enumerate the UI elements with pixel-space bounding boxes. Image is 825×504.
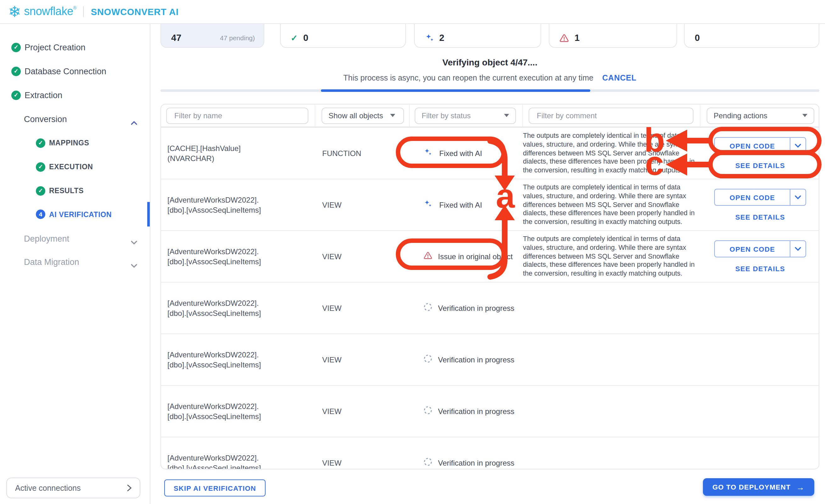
status-label: Issue in original object [438,252,513,261]
object-type: VIEW [315,179,410,230]
filter-name-input-wrap [166,107,308,124]
sidebar-item-label: Data Migration [24,257,79,267]
spinner-icon [424,303,432,313]
verification-table: Show all objects Filter by status [160,104,819,470]
pending-actions-value: Pending actions [714,111,767,120]
stat-value: 0 [303,33,308,43]
sidebar-item-results[interactable]: ✓ RESULTS [0,181,150,200]
object-name-line2: [dbo].[vAssocSeqLineItems] [167,308,261,318]
sidebar-item-label: Conversion [24,114,67,124]
open-code-button[interactable]: OPEN CODE [715,189,806,206]
open-code-button[interactable]: OPEN CODE [715,240,806,257]
pending-actions-dropdown[interactable]: Pending actions [707,107,814,124]
table-row: [AdventureWorksDW2022]. [dbo].[vAssocSeq… [161,282,819,334]
app-header: ❄ snowflake® SNOWCONVERT AI [0,0,825,24]
object-type: VIEW [315,437,410,470]
object-type: VIEW [315,231,410,282]
objects-dropdown[interactable]: Show all objects [321,107,404,124]
go-to-deployment-button[interactable]: GO TO DEPLOYMENT → [703,478,814,496]
sidebar-item-extraction[interactable]: ✓ Extraction [0,86,150,104]
progress-bar-track [160,89,819,92]
stat-value: 47 [171,33,181,43]
warning-icon [559,34,569,42]
ai-sparkle-icon [424,200,432,210]
active-step-indicator [147,202,150,226]
object-name-line1: [AdventureWorksDW2022]. [167,195,261,205]
caret-down-icon [504,114,509,117]
sidebar-item-label: EXECUTION [49,163,93,170]
arrow-right-icon: → [796,482,805,492]
status-dropdown-placeholder: Filter by status [422,111,471,120]
see-details-link[interactable]: SEE DETAILS [735,265,785,273]
active-connections-button[interactable]: Active connections [6,478,140,498]
ai-sparkle-icon [425,34,434,42]
open-code-button[interactable]: OPEN CODE [715,137,806,154]
sidebar-item-label: Deployment [24,234,69,243]
sidebar-item-label: Database Connection [24,66,106,76]
stat-value: 1 [575,33,580,43]
check-circle-icon: ✓ [36,138,45,148]
sidebar-item-data-migration[interactable]: Data Migration [0,252,150,271]
check-circle-icon: ✓ [36,162,45,171]
see-details-link[interactable]: SEE DETAILS [735,162,785,169]
cancel-button[interactable]: CANCEL [602,74,636,82]
check-circle-icon: ✓ [36,186,45,195]
chevron-down-icon[interactable] [790,190,805,205]
sidebar-item-execution[interactable]: ✓ EXECUTION [0,157,150,176]
sidebar-item-ai-verification[interactable]: 4 AI VERIFICATION [0,205,150,224]
sidebar-item-deployment[interactable]: Deployment [0,229,150,248]
chevron-down-icon[interactable] [790,241,805,257]
table-row: [CACHE].[HashValue] (NVARCHAR) FUNCTION … [161,127,819,179]
object-name-line2: [dbo].[vAssocSeqLineItems] [167,360,261,370]
spinner-icon [424,457,432,468]
step-number-badge: 4 [36,210,45,219]
sidebar-item-label: MAPPINGS [49,139,89,147]
status-label: Verification in progress [438,458,514,467]
chevron-up-icon [131,117,137,128]
product-name: SNOWCONVERT AI [91,7,179,17]
comment-text: The outputs are completely identical in … [523,128,700,179]
object-name-line2: [dbo].[vAssocSeqLineItems] [167,205,261,215]
table-row: [AdventureWorksDW2022]. [dbo].[vAssocSeq… [161,437,819,470]
header-divider [83,6,84,17]
chevron-down-icon[interactable] [790,138,805,153]
main-content: 47 47 pending) ✓ 0 2 1 0 [150,0,825,504]
skip-ai-verification-button[interactable]: SKIP AI VERIFICATION [164,480,266,496]
filter-comment-input-wrap [529,107,693,124]
status-label: Fixed with AI [439,149,482,158]
sidebar-item-database-connection[interactable]: ✓ Database Connection [0,62,150,80]
object-name-line2: (NVARCHAR) [167,153,241,163]
object-name-line1: [AdventureWorksDW2022]. [167,453,261,463]
sidebar-item-project-creation[interactable]: ✓ Project Creation [0,38,150,57]
active-connections-label: Active connections [15,484,81,492]
spinner-icon [424,406,432,417]
sidebar-divider [150,24,150,504]
sidebar-item-conversion[interactable]: Conversion [0,110,150,128]
filter-name-input[interactable] [173,111,301,121]
object-name-line1: [AdventureWorksDW2022]. [167,350,261,360]
sidebar-item-label: Extraction [24,90,62,100]
caret-down-icon [390,114,395,117]
filter-row: Show all objects Filter by status [161,104,819,127]
object-name-line2: [dbo].[vAssocSeqLineItems] [167,411,261,421]
comment-text: The outputs are completely identical in … [523,179,700,230]
sidebar-item-mappings[interactable]: ✓ MAPPINGS [0,133,150,152]
ai-sparkle-icon [424,148,432,158]
stat-value: 2 [439,33,444,43]
status-label: Verification in progress [438,407,514,416]
status-label: Fixed with AI [439,200,482,209]
check-circle-icon: ✓ [11,90,21,100]
sidebar-item-label: Project Creation [24,43,86,52]
spinner-icon [424,354,432,365]
status-dropdown[interactable]: Filter by status [415,107,516,124]
filter-comment-input[interactable] [535,111,687,121]
object-name-line1: [CACHE].[HashValue] [167,143,241,153]
chevron-down-icon [131,259,137,271]
warning-icon [424,252,432,261]
check-circle-icon: ✓ [11,43,21,52]
status-label: Verification in progress [438,304,514,312]
caret-down-icon [802,114,807,117]
table-row: [AdventureWorksDW2022]. [dbo].[vAssocSeq… [161,179,819,230]
status-label: Verification in progress [438,355,514,364]
see-details-link[interactable]: SEE DETAILS [735,213,785,221]
